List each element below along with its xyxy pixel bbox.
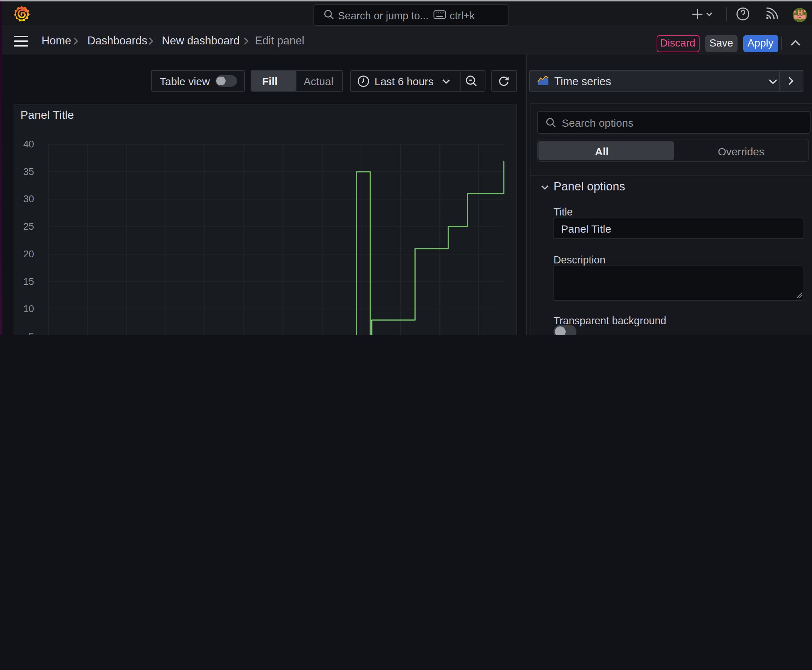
svg-text:25: 25 — [23, 221, 34, 232]
svg-text:35: 35 — [23, 166, 34, 177]
svg-text:5: 5 — [28, 331, 34, 335]
svg-text:15: 15 — [23, 276, 34, 287]
svg-text:10: 10 — [23, 303, 34, 314]
svg-text:20: 20 — [23, 249, 34, 259]
svg-text:40: 40 — [23, 139, 34, 149]
svg-text:30: 30 — [23, 193, 34, 204]
